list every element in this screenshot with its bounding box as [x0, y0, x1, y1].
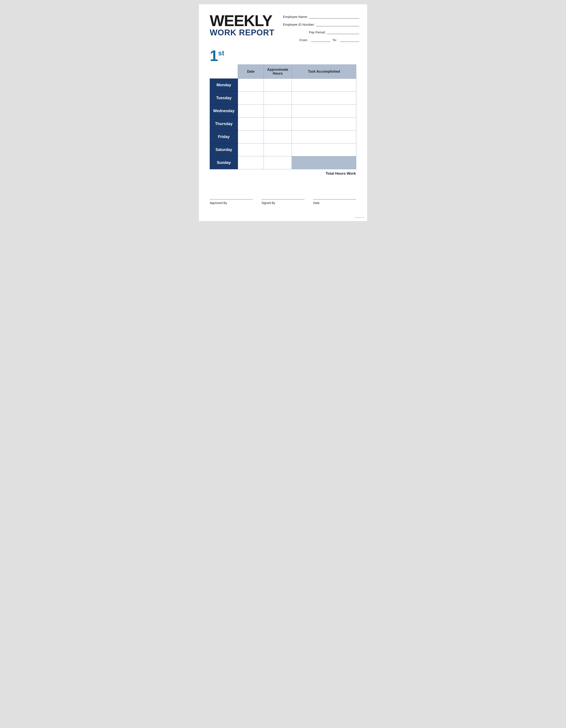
hours-friday[interactable]: [264, 130, 292, 143]
date-saturday[interactable]: [238, 143, 264, 156]
title-work-report: WORK REPORT: [210, 28, 275, 37]
approved-by-label: Approved By: [210, 201, 253, 205]
day-tuesday: Tuesday: [210, 92, 238, 105]
day-friday: Friday: [210, 130, 238, 143]
date-tuesday[interactable]: [238, 92, 264, 105]
day-sunday: Sunday: [210, 156, 238, 169]
task-sunday[interactable]: [292, 156, 356, 169]
employee-id-row: Employee ID Number:: [283, 22, 359, 26]
task-saturday[interactable]: [292, 143, 356, 156]
col-day-header: [210, 65, 238, 79]
table-row: Thursday: [210, 118, 356, 130]
task-friday[interactable]: [292, 130, 356, 143]
hours-wednesday[interactable]: [264, 105, 292, 118]
date-line[interactable]: [313, 195, 356, 199]
hours-thursday[interactable]: [264, 118, 292, 130]
table-container: Date ApproximateHours Task Accomplished …: [210, 64, 356, 169]
signed-by-block: Signed By: [262, 195, 304, 205]
employee-name-label: Employee Name:: [283, 15, 308, 19]
day-monday: Monday: [210, 79, 238, 92]
table-row: Friday: [210, 130, 356, 143]
week-suffix: st: [218, 50, 224, 56]
col-date-header: Date: [238, 65, 264, 79]
from-input[interactable]: [311, 38, 330, 42]
work-table: Date ApproximateHours Task Accomplished …: [210, 64, 356, 169]
employee-id-label: Employee ID Number:: [283, 23, 315, 26]
task-wednesday[interactable]: [292, 105, 356, 118]
title-block: WEEKLY WORK REPORT: [210, 13, 275, 37]
day-saturday: Saturday: [210, 143, 238, 156]
table-row: Monday: [210, 79, 356, 92]
to-label: To:: [332, 38, 337, 42]
table-row: Saturday: [210, 143, 356, 156]
hours-sunday[interactable]: [264, 156, 292, 169]
date-monday[interactable]: [238, 79, 264, 92]
from-to-row: From: To:: [283, 38, 359, 42]
pay-period-row: Pay Period:: [283, 30, 359, 34]
page: WEEKLY WORK REPORT Employee Name: Employ…: [199, 4, 367, 221]
date-label: Date: [313, 201, 356, 205]
date-wednesday[interactable]: [238, 105, 264, 118]
pay-period-input[interactable]: [327, 30, 359, 34]
col-task-header: Task Accomplished: [292, 65, 356, 79]
hours-tuesday[interactable]: [264, 92, 292, 105]
date-sunday[interactable]: [238, 156, 264, 169]
from-label: From:: [299, 38, 308, 42]
task-tuesday[interactable]: [292, 92, 356, 105]
form-fields: Employee Name: Employee ID Number: Pay P…: [283, 13, 359, 42]
table-row: Wednesday: [210, 105, 356, 118]
date-friday[interactable]: [238, 130, 264, 143]
week-number: 1 st: [210, 48, 356, 63]
employee-name-row: Employee Name:: [283, 15, 359, 19]
total-label: Total Hours Work: [326, 171, 356, 176]
day-wednesday: Wednesday: [210, 105, 238, 118]
signed-by-line[interactable]: [262, 195, 304, 199]
approved-by-block: Approved By: [210, 195, 253, 205]
employee-id-input[interactable]: [316, 22, 359, 26]
total-row: Total Hours Work: [210, 171, 356, 176]
date-block: Date: [313, 195, 356, 205]
watermark: Template.net: [354, 217, 364, 218]
signed-by-label: Signed By: [262, 201, 304, 205]
col-hours-header: ApproximateHours: [264, 65, 292, 79]
signature-area: Approved By Signed By Date: [210, 193, 356, 205]
hours-saturday[interactable]: [264, 143, 292, 156]
day-thursday: Thursday: [210, 118, 238, 130]
to-input[interactable]: [340, 38, 359, 42]
approved-by-line[interactable]: [210, 195, 253, 199]
date-thursday[interactable]: [238, 118, 264, 130]
table-row: Sunday: [210, 156, 356, 169]
task-monday[interactable]: [292, 79, 356, 92]
week-num: 1: [210, 48, 218, 63]
table-row: Tuesday: [210, 92, 356, 105]
title-weekly: WEEKLY: [210, 13, 275, 28]
task-thursday[interactable]: [292, 118, 356, 130]
pay-period-label: Pay Period:: [309, 30, 326, 34]
hours-monday[interactable]: [264, 79, 292, 92]
employee-name-input[interactable]: [309, 15, 359, 19]
header: WEEKLY WORK REPORT Employee Name: Employ…: [210, 13, 356, 42]
